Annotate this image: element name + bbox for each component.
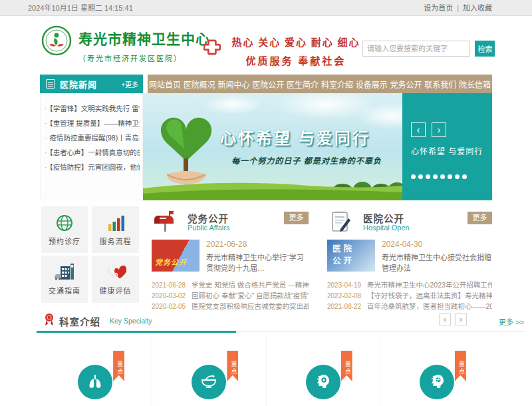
bar-chart-icon: [92, 213, 139, 233]
news-item[interactable]: 【重管理 提质量】——精神卫生…: [45, 118, 140, 128]
mailbox-icon: [153, 209, 178, 237]
news-more-link[interactable]: +更多: [121, 79, 138, 89]
news-item[interactable]: 疫情防控重要提醒(98)丨青岛来…: [45, 133, 140, 142]
pager-dot[interactable]: [440, 174, 445, 179]
item-date: 2020-02-05: [152, 302, 192, 312]
hospital-news-list: 【学雷锋】文明实践我先行 雷锋… 【重管理 提质量】——精神卫生… 疫情防控重要…: [40, 93, 143, 200]
specialty-item[interactable]: 重点: [39, 336, 152, 406]
news-item[interactable]: 【学雷锋】文明实践我先行 雷锋…: [45, 104, 140, 113]
list-item[interactable]: 2023-04-19 寿光市精神卫生中心2023年公开招聘工作人员拟…: [327, 280, 492, 291]
list-item[interactable]: 2020-02-05 医院党支部积极响应古城党委的突出战“疫”一…: [152, 302, 309, 312]
quick-link-label: 交通指南: [41, 285, 88, 296]
list-item[interactable]: 2022-02-08 【守好钱袋子，远离非法集资】寿光精神卫生中…: [327, 291, 492, 302]
site-search: 检索: [362, 41, 495, 57]
head-gear-icon[interactable]: [306, 365, 340, 399]
specialty-subtitle-en: Key Specialty: [110, 317, 152, 325]
nav-item-departments[interactable]: 科室介绍: [321, 79, 353, 90]
site-header: 寿光市精神卫生中心 （寿光市经济开发区医院） 热心 关心 爱心 耐心 细心 优质…: [0, 16, 532, 75]
specialty-prev-button[interactable]: ‹: [439, 313, 451, 325]
quick-link-label: 健康评估: [92, 285, 139, 296]
specialty-next-button[interactable]: ›: [455, 313, 467, 325]
specialty-divider: [37, 331, 525, 332]
item-date: 2023-04-19: [327, 280, 367, 291]
heart-tree-icon: [147, 105, 225, 193]
set-home-link[interactable]: 设为首页: [424, 4, 453, 12]
red-cross-icon: [203, 39, 221, 56]
hero-banner[interactable]: 心怀希望 与爱同行 每一个努力的日子 都是对生命的不辜负: [143, 93, 402, 200]
specialty-item[interactable]: 重点: [152, 336, 266, 406]
top-utility-bar: 2024年10月1日 星期二 14:15:41 设为首页|加入收藏: [0, 0, 532, 16]
main-nav: 网站首页 医院概况 新闻中心 医院公开 医生简介 科室介绍 设备展示 党务公开 …: [148, 75, 492, 93]
quick-link-appointment[interactable]: 预约诊疗: [41, 206, 88, 253]
party-featured-article[interactable]: 党务公开 2021-06-28 寿光市精神卫生中心举行“学习贯彻党的十九届…: [152, 240, 309, 274]
nav-item-overview[interactable]: 医院概况: [184, 79, 215, 90]
banner-subline: 每一个努力的日子 都是对生命的不辜负: [221, 154, 392, 166]
party-article-list: 2021-06-28 学党史 知党情 做合格共产党员 ---精神卫生中… 202…: [152, 280, 309, 312]
quick-link-service-flow[interactable]: 服务流程: [92, 206, 139, 253]
featured-ribbon-badge: 重点: [227, 351, 238, 381]
lungs-icon[interactable]: [78, 365, 112, 399]
news-panel-title: 医院新闻: [60, 78, 97, 91]
globe-icon: [41, 213, 88, 233]
item-date: 2020-03-02: [152, 291, 192, 302]
nav-item-hospital-open[interactable]: 医院公开: [252, 79, 284, 90]
banner-prev-button[interactable]: ‹: [411, 122, 426, 137]
add-favorite-link[interactable]: 加入收藏: [463, 4, 492, 12]
thumb-line: 公开: [332, 255, 375, 267]
hospital-featured-article[interactable]: 医院 公开 2024-04-30 寿光市精神卫生中心接受社会捐赠管理办法: [327, 240, 492, 274]
heart-stethoscope-icon: [92, 262, 139, 282]
hospital-more-button[interactable]: 更多: [467, 212, 492, 224]
quick-link-traffic-guide[interactable]: 交通指南: [41, 256, 88, 303]
hospital-open-section: 医院公开 Hospital Open 更多 医院 公开 2024-04-30 寿…: [327, 209, 492, 302]
hospital-logo-icon: [41, 25, 72, 56]
list-item[interactable]: 2020-03-02 回顾初心 奉献“爱心” 自愿捐款战“疫情” 党…: [152, 291, 309, 302]
nav-item-equipment[interactable]: 设备展示: [356, 79, 388, 90]
featured-ribbon-badge: 重点: [113, 351, 124, 381]
party-featured-thumbnail[interactable]: 党务公开: [152, 240, 200, 272]
pager-dot[interactable]: [418, 174, 423, 179]
nav-item-contact[interactable]: 联系我们: [424, 79, 456, 90]
specialty-section-header: 科室介绍 Key Specialty ‹ › 更多 >>: [37, 311, 525, 331]
search-button[interactable]: 检索: [475, 41, 495, 57]
medicine-bowl-icon[interactable]: [192, 365, 226, 399]
nav-item-home[interactable]: 网站首页: [149, 79, 181, 90]
item-title: 学党史 知党情 做合格共产党员 ---精神卫生中…: [192, 280, 309, 291]
pager-dot[interactable]: [448, 174, 452, 179]
pager-dot[interactable]: [426, 174, 430, 179]
slogan-line-1: 热心 关心 爱心 耐心 细心: [225, 35, 367, 49]
item-title: 回顾初心 奉献“爱心” 自愿捐款战“疫情” 党…: [192, 291, 309, 302]
banner-next-button[interactable]: ›: [432, 122, 446, 137]
news-item[interactable]: 【患者心声】一封情真意切的感谢信: [45, 148, 140, 157]
list-item[interactable]: 2021-08-22 百年沧桑筑航梦，医者担当践初心——2021中国…: [327, 302, 492, 312]
pager-dot[interactable]: [433, 174, 438, 179]
specialty-item[interactable]: 重点: [267, 336, 380, 406]
news-item[interactable]: 【疫情防控】元宵团圆夜，他们…: [45, 162, 140, 172]
featured-ribbon-badge: 重点: [455, 351, 466, 381]
party-more-button[interactable]: 更多: [284, 212, 309, 224]
specialty-more-link[interactable]: 更多 >>: [499, 316, 524, 327]
hospital-slogan: 热心 关心 爱心 耐心 细心 优质服务 奉献社会: [225, 35, 367, 67]
specialty-item[interactable]: 重点: [380, 336, 493, 406]
item-date: 2021-06-28: [152, 280, 192, 291]
item-title: 【守好钱袋子，远离非法集资】寿光精神卫生中…: [367, 291, 492, 302]
featured-date: 2024-04-30: [382, 240, 492, 249]
pager-dot[interactable]: [462, 174, 467, 179]
quick-link-health-assessment[interactable]: 健康评估: [92, 256, 139, 303]
page: 2024年10月1日 星期二 14:15:41 设为首页|加入收藏 寿光市精神卫…: [0, 0, 532, 406]
list-item[interactable]: 2021-06-28 学党史 知党情 做合格共产党员 ---精神卫生中…: [152, 280, 309, 291]
banner-pagination: [411, 174, 469, 179]
nav-item-party-affairs[interactable]: 党务公开: [390, 79, 422, 90]
pager-dot[interactable]: [455, 174, 460, 179]
featured-summary: 寿光市精神卫生中心举行“学习贯彻党的十九届…: [206, 252, 309, 274]
party-affairs-section: 党务公开 Public Affairs 更多 党务公开 2021-06-28 寿…: [152, 209, 309, 302]
specialty-columns: 重点 重点: [39, 336, 493, 406]
head-brain-icon[interactable]: [420, 365, 454, 399]
nav-item-director-mailbox[interactable]: 院长信箱: [459, 79, 491, 90]
hospital-news-header[interactable]: 医院新闻 +更多: [40, 75, 143, 93]
search-input[interactable]: [362, 41, 470, 57]
pager-dot[interactable]: [411, 174, 416, 179]
nav-item-doctors[interactable]: 医生简介: [287, 79, 319, 90]
nav-item-news-center[interactable]: 新闻中心: [217, 79, 249, 90]
hospital-featured-thumbnail[interactable]: 医院 公开: [327, 240, 375, 272]
thumb-line: 医院: [332, 243, 375, 255]
